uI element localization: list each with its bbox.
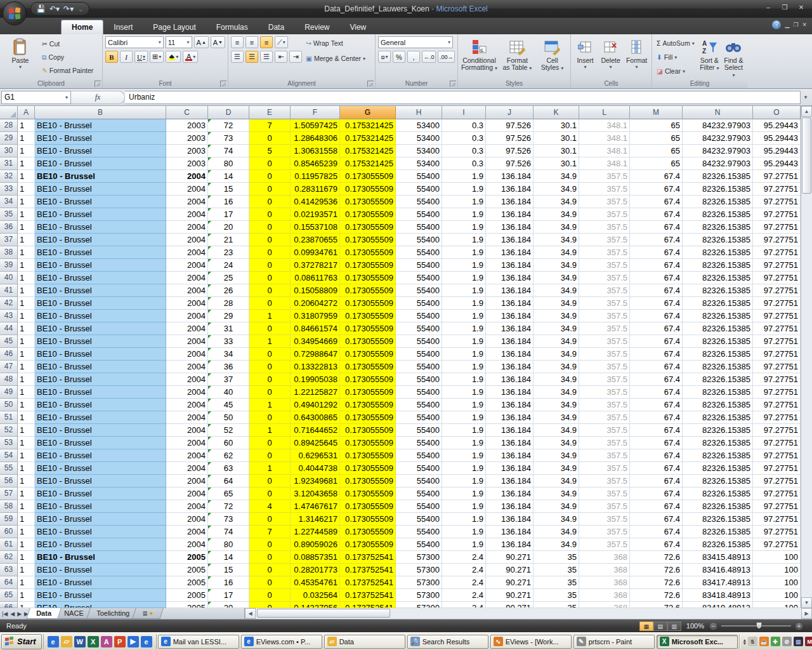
cell-E60[interactable]: 7 — [249, 526, 291, 538]
zoom-in-button[interactable]: + — [795, 622, 803, 630]
cell-H52[interactable]: 55400 — [396, 424, 442, 437]
cell-J61[interactable]: 136.184 — [486, 538, 534, 551]
cell-N32[interactable]: 82326.15385 — [683, 170, 753, 183]
cell-K62[interactable]: 35 — [534, 551, 579, 564]
cell-F43[interactable]: 0.31807959 — [291, 310, 340, 322]
cell-O36[interactable]: 97.27751 — [753, 221, 801, 234]
page-layout-view-button[interactable]: ▤ — [653, 621, 667, 631]
cell-K57[interactable]: 34.9 — [534, 488, 579, 500]
cell-N53[interactable]: 82326.15385 — [683, 437, 753, 449]
column-header-H[interactable]: H — [396, 106, 442, 119]
cell-D47[interactable]: 36 — [208, 361, 249, 373]
cell-K28[interactable]: 30.1 — [534, 119, 579, 132]
cell-L34[interactable]: 357.5 — [579, 196, 630, 208]
update-icon[interactable]: ✚ — [771, 637, 780, 646]
cell-D58[interactable]: 72 — [208, 500, 249, 513]
cell-G41[interactable]: 0.173055509 — [340, 284, 396, 297]
vertical-scrollbar[interactable]: ▲ ▼ — [801, 106, 812, 608]
cell-A33[interactable]: 1 — [18, 183, 35, 196]
cell-G53[interactable]: 0.173055509 — [340, 437, 396, 449]
cell-E66[interactable]: 0 — [249, 602, 291, 608]
tab-review[interactable]: Review — [294, 20, 339, 34]
autosum-button[interactable]: ΣAutoSum▾ — [655, 37, 697, 50]
cell-B66[interactable]: BE10 - Brussel — [35, 602, 166, 608]
restore-button[interactable]: ❐ — [778, 3, 792, 13]
cell-C51[interactable]: 2004 — [166, 411, 208, 424]
cell-M28[interactable]: 65 — [630, 119, 683, 132]
cell-J29[interactable]: 97.526 — [486, 132, 534, 145]
row-header[interactable]: 59 — [0, 513, 18, 526]
cell-O60[interactable]: 97.27751 — [753, 526, 801, 538]
row-header[interactable]: 57 — [0, 488, 18, 500]
cell-O31[interactable]: 95.29443 — [753, 157, 801, 170]
cell-H46[interactable]: 55400 — [396, 348, 442, 361]
cell-J41[interactable]: 136.184 — [486, 284, 534, 297]
cell-L38[interactable]: 357.5 — [579, 246, 630, 259]
cell-B46[interactable]: BE10 - Brussel — [35, 348, 166, 361]
cell-J55[interactable]: 136.184 — [486, 462, 534, 475]
row-header[interactable]: 53 — [0, 437, 18, 449]
decrease-decimal-button[interactable]: .00→ — [438, 51, 455, 63]
row-header[interactable]: 50 — [0, 399, 18, 411]
cell-C48[interactable]: 2004 — [166, 373, 208, 386]
cell-G57[interactable]: 0.173055509 — [340, 488, 396, 500]
cell-D32[interactable]: 14 — [208, 170, 249, 183]
column-header-O[interactable]: O — [753, 106, 801, 119]
cell-F48[interactable]: 0.19905038 — [291, 373, 340, 386]
cell-K52[interactable]: 34.9 — [534, 424, 579, 437]
cell-L58[interactable]: 357.5 — [579, 500, 630, 513]
cell-J49[interactable]: 136.184 — [486, 386, 534, 399]
number-dialog-launcher-icon[interactable]: ◿ — [450, 81, 456, 87]
start-button[interactable]: Start — [1, 634, 42, 649]
word-icon[interactable]: W — [74, 636, 86, 647]
cell-I34[interactable]: 1.9 — [442, 196, 486, 208]
cell-G30[interactable]: 0.175321425 — [340, 145, 396, 157]
cell-H50[interactable]: 55400 — [396, 399, 442, 411]
cell-M48[interactable]: 67.4 — [630, 373, 683, 386]
cell-N33[interactable]: 82326.15385 — [683, 183, 753, 196]
mcafee-icon[interactable]: M — [805, 637, 812, 646]
cell-D55[interactable]: 63 — [208, 462, 249, 475]
taskbar-window-button[interactable]: ∿EViews - [Work... — [490, 635, 572, 649]
cell-L47[interactable]: 357.5 — [579, 361, 630, 373]
cell-L61[interactable]: 357.5 — [579, 538, 630, 551]
cell-J28[interactable]: 97.526 — [486, 119, 534, 132]
cell-K39[interactable]: 34.9 — [534, 259, 579, 272]
row-header[interactable]: 32 — [0, 170, 18, 183]
cell-N48[interactable]: 82326.15385 — [683, 373, 753, 386]
cell-C35[interactable]: 2004 — [166, 208, 208, 221]
cell-D56[interactable]: 64 — [208, 475, 249, 488]
cell-E41[interactable]: 0 — [249, 284, 291, 297]
cell-M44[interactable]: 67.4 — [630, 322, 683, 335]
cell-I36[interactable]: 1.9 — [442, 221, 486, 234]
cell-I66[interactable]: 2.4 — [442, 602, 486, 608]
cell-E32[interactable]: 0 — [249, 170, 291, 183]
cell-N66[interactable]: 83419.48913 — [683, 602, 753, 608]
cell-G54[interactable]: 0.173055509 — [340, 449, 396, 462]
cell-M60[interactable]: 67.4 — [630, 526, 683, 538]
cell-F41[interactable]: 0.15058809 — [291, 284, 340, 297]
cell-H66[interactable]: 57300 — [396, 602, 442, 608]
cell-I37[interactable]: 1.9 — [442, 234, 486, 246]
cell-M54[interactable]: 67.4 — [630, 449, 683, 462]
tab-insert[interactable]: Insert — [103, 20, 143, 34]
cell-H28[interactable]: 53400 — [396, 119, 442, 132]
column-header-C[interactable]: C — [166, 106, 208, 119]
cell-E42[interactable]: 0 — [249, 297, 291, 310]
cell-J46[interactable]: 136.184 — [486, 348, 534, 361]
cell-M50[interactable]: 67.4 — [630, 399, 683, 411]
sheet-nav-icon-2[interactable]: ▶ — [17, 611, 22, 617]
cell-K44[interactable]: 34.9 — [534, 322, 579, 335]
cell-M51[interactable]: 67.4 — [630, 411, 683, 424]
cell-G43[interactable]: 0.173055509 — [340, 310, 396, 322]
cell-L43[interactable]: 357.5 — [579, 310, 630, 322]
cell-D48[interactable]: 37 — [208, 373, 249, 386]
row-header[interactable]: 51 — [0, 411, 18, 424]
format-as-table-button[interactable]: Formatas Table ▾ — [500, 36, 535, 78]
cell-M30[interactable]: 65 — [630, 145, 683, 157]
cell-G31[interactable]: 0.175321425 — [340, 157, 396, 170]
row-header[interactable]: 62 — [0, 551, 18, 564]
cell-B56[interactable]: BE10 - Brussel — [35, 475, 166, 488]
cell-D29[interactable]: 73 — [208, 132, 249, 145]
cell-I55[interactable]: 1.9 — [442, 462, 486, 475]
